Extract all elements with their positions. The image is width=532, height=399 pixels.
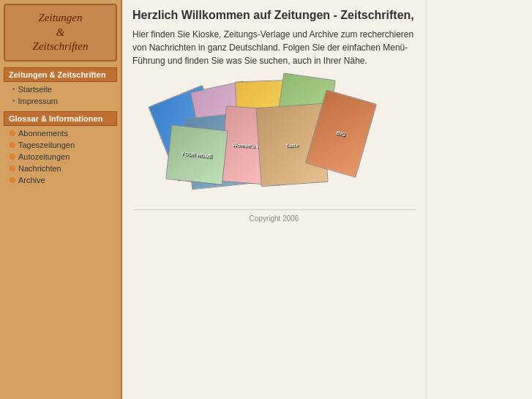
logo-line2: &	[56, 26, 65, 38]
left-sidebar: Zeitungen & Zeitschriften Zeitungen & Ze…	[0, 0, 121, 399]
bullet-icon	[10, 177, 15, 183]
bullet-icon	[10, 130, 15, 136]
sidebar-item-archive[interactable]: Archive	[4, 174, 117, 186]
sidebar-section-1: Zeitungen & Zeitschriften Startseite Imp…	[4, 67, 117, 107]
sidebar-item-impressum[interactable]: Impressum	[4, 95, 117, 107]
sidebar-section-2: Glossar & Informationen Abonnements Tage…	[4, 111, 117, 186]
page-heading: Herzlich Willkommen auf Zeitungen - Zeit…	[132, 9, 416, 22]
logo-line1: Zeitungen	[39, 12, 83, 23]
intro-text: Hier finden Sie Kioske, Zeitungs-Verlage…	[132, 28, 416, 67]
sidebar-header-1: Zeitungen & Zeitschriften	[4, 67, 117, 82]
sidebar-item-abonnements[interactable]: Abonnements	[4, 127, 117, 139]
right-sidebar	[426, 0, 532, 399]
sidebar-label-tageszeitungen: Tageszeitungen	[18, 141, 75, 149]
copyright: Copyright 2006	[132, 209, 416, 223]
logo-line3: Zeitschriften	[33, 40, 89, 52]
sidebar-item-tageszeitungen[interactable]: Tageszeitungen	[4, 139, 117, 151]
sidebar-item-startseite[interactable]: Startseite	[4, 83, 117, 95]
logo: Zeitungen & Zeitschriften	[4, 4, 117, 61]
sidebar-label-autozeitungen: Autozeitungen	[18, 152, 70, 161]
bullet-icon	[10, 154, 15, 160]
magazine-pile: AUTOHOMEBONPropertyMetroWomen's WeeklyTa…	[132, 75, 416, 192]
logo-text: Zeitungen & Zeitschriften	[10, 11, 111, 54]
bullet-icon	[10, 142, 15, 148]
magazine-pile-inner: AUTOHOMEBONPropertyMetroWomen's WeeklyTa…	[157, 75, 391, 188]
bullet-icon	[10, 165, 15, 171]
sidebar-label-archive: Archive	[18, 176, 45, 184]
sidebar-item-nachrichten[interactable]: Nachrichten	[4, 163, 117, 174]
sidebar-label-nachrichten: Nachrichten	[18, 164, 61, 173]
sidebar-item-autozeitungen[interactable]: Autozeitungen	[4, 151, 117, 163]
main-content: Herzlich Willkommen auf Zeitungen - Zeit…	[121, 0, 426, 399]
sidebar-label-abonnements: Abonnements	[18, 129, 68, 138]
sidebar-header-2: Glossar & Informationen	[4, 111, 117, 126]
magazine-cover: YOUR HOME	[165, 124, 228, 185]
